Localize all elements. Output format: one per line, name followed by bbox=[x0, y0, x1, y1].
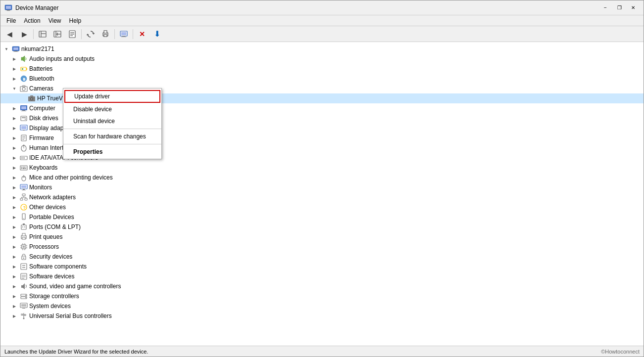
svg-rect-20 bbox=[122, 36, 125, 37]
minimize-button[interactable]: − bbox=[599, 2, 612, 13]
tree-item-portable[interactable]: ▶ Portable Devices bbox=[0, 212, 644, 222]
tree-item-batteries[interactable]: ▶ Batteries bbox=[0, 64, 644, 74]
bluetooth-icon: ʙ bbox=[20, 75, 28, 83]
storage-expand[interactable]: ▶ bbox=[10, 292, 18, 300]
root-expand[interactable]: ▼ bbox=[2, 45, 10, 53]
context-uninstall-device[interactable]: Uninstall device bbox=[63, 115, 161, 127]
system-expand[interactable]: ▶ bbox=[10, 302, 18, 310]
svg-point-33 bbox=[22, 88, 25, 90]
svg-rect-72 bbox=[21, 185, 26, 188]
svg-marker-26 bbox=[21, 56, 25, 62]
other-expand[interactable]: ▶ bbox=[10, 203, 18, 211]
svg-rect-40 bbox=[21, 106, 26, 109]
tree-item-audio[interactable]: ▶ Audio inputs and outputs bbox=[0, 54, 644, 64]
tree-item-bluetooth[interactable]: ▶ ʙ Bluetooth bbox=[0, 74, 644, 84]
hid-expand[interactable]: ▶ bbox=[10, 144, 18, 152]
svg-rect-21 bbox=[121, 37, 126, 37]
tree-item-other[interactable]: ▶ ? Other devices bbox=[0, 202, 644, 212]
svg-rect-27 bbox=[21, 67, 26, 71]
tree-item-security[interactable]: ▶ Security devices bbox=[0, 252, 644, 262]
svg-rect-66 bbox=[25, 168, 26, 169]
tree-item-sound[interactable]: ▶ Sound, video and game controllers bbox=[0, 281, 644, 291]
menu-action[interactable]: Action bbox=[20, 16, 44, 25]
svg-rect-74 bbox=[22, 190, 26, 190]
menu-file[interactable]: File bbox=[2, 16, 20, 25]
computer-management-button[interactable] bbox=[117, 28, 131, 41]
cameras-expand[interactable]: ▼ bbox=[10, 85, 18, 92]
network-expand[interactable]: ▶ bbox=[10, 193, 18, 201]
tree-item-software-devices[interactable]: ▶ Software devices bbox=[0, 271, 644, 281]
tree-item-mice[interactable]: ▶ Mice and other pointing devices bbox=[0, 173, 644, 182]
portable-label: Portable Devices bbox=[29, 214, 74, 221]
tree-item-ports[interactable]: ▶ Ports (COM & LPT) bbox=[0, 222, 644, 232]
context-disable-device[interactable]: Disable device bbox=[63, 103, 161, 115]
show-hide-button[interactable] bbox=[36, 28, 50, 41]
keyboard-expand[interactable]: ▶ bbox=[10, 164, 18, 172]
computer-expand[interactable]: ▶ bbox=[10, 104, 18, 112]
print-button[interactable] bbox=[99, 28, 112, 41]
storage-icon bbox=[20, 292, 28, 300]
usb-label: Universal Serial Bus controllers bbox=[29, 312, 112, 319]
close-button[interactable]: ✕ bbox=[627, 2, 640, 13]
ports-icon bbox=[20, 223, 28, 231]
display-expand[interactable]: ▶ bbox=[10, 124, 18, 132]
collapse-button[interactable] bbox=[50, 28, 64, 41]
tree-root[interactable]: ▼ nkumar2171 bbox=[0, 44, 644, 54]
refresh-button[interactable] bbox=[84, 28, 98, 41]
tree-item-print[interactable]: ▶ Print queues bbox=[0, 232, 644, 242]
tree-item-usb[interactable]: ▶ Universal Serial Bus controllers bbox=[0, 311, 644, 321]
context-scan-changes[interactable]: Scan for hardware changes bbox=[63, 131, 161, 142]
context-update-driver[interactable]: Update driver bbox=[64, 90, 160, 103]
sound-expand[interactable]: ▶ bbox=[10, 282, 18, 290]
svg-rect-76 bbox=[20, 198, 23, 200]
forward-button[interactable]: ▶ bbox=[17, 28, 31, 41]
tree-item-software-components[interactable]: ▶ Software components bbox=[0, 262, 644, 271]
software-components-expand[interactable]: ▶ bbox=[10, 263, 18, 270]
firmware-expand[interactable]: ▶ bbox=[10, 134, 18, 142]
svg-rect-89 bbox=[23, 223, 25, 225]
print-label: Print queues bbox=[29, 233, 62, 240]
ide-expand[interactable]: ▶ bbox=[10, 154, 18, 162]
mice-expand[interactable]: ▶ bbox=[10, 174, 18, 181]
network-icon bbox=[20, 193, 28, 201]
monitors-icon bbox=[20, 183, 28, 191]
system-icon bbox=[20, 302, 28, 310]
svg-rect-17 bbox=[104, 35, 107, 37]
software-devices-expand[interactable]: ▶ bbox=[10, 272, 18, 280]
svg-rect-119 bbox=[22, 308, 25, 309]
security-expand[interactable]: ▶ bbox=[10, 253, 18, 261]
toolbar-sep-1 bbox=[33, 29, 34, 39]
monitors-expand[interactable]: ▶ bbox=[10, 183, 18, 191]
properties-button[interactable] bbox=[65, 28, 79, 41]
mice-icon bbox=[20, 174, 28, 181]
audio-expand[interactable]: ▶ bbox=[10, 55, 18, 63]
svg-point-85 bbox=[23, 218, 24, 219]
tree-item-system[interactable]: ▶ System devices bbox=[0, 301, 644, 311]
tree-item-storage[interactable]: ▶ Storage controllers bbox=[0, 291, 644, 301]
context-properties[interactable]: Properties bbox=[63, 146, 161, 158]
processors-expand[interactable]: ▶ bbox=[10, 243, 18, 251]
disk-expand[interactable]: ▶ bbox=[10, 114, 18, 122]
remove-device-button[interactable]: ✕ bbox=[135, 28, 149, 41]
usb-expand[interactable]: ▶ bbox=[10, 312, 18, 320]
scan-changes-button[interactable]: ⬇ bbox=[150, 28, 164, 41]
tree-item-monitors[interactable]: ▶ Monitors bbox=[0, 182, 644, 192]
portable-expand[interactable]: ▶ bbox=[10, 213, 18, 221]
sound-icon bbox=[20, 282, 28, 290]
svg-rect-24 bbox=[14, 51, 17, 51]
bluetooth-expand[interactable]: ▶ bbox=[10, 75, 18, 83]
svg-rect-64 bbox=[21, 168, 22, 169]
tree-item-processors[interactable]: ▶ Processors bbox=[0, 242, 644, 252]
ports-expand[interactable]: ▶ bbox=[10, 223, 18, 231]
print-expand[interactable]: ▶ bbox=[10, 233, 18, 241]
tree-item-network[interactable]: ▶ Network adapters bbox=[0, 192, 644, 202]
svg-rect-41 bbox=[22, 110, 25, 111]
svg-marker-112 bbox=[21, 283, 25, 289]
batteries-expand[interactable]: ▶ bbox=[10, 65, 18, 73]
tree-item-keyboard[interactable]: ▶ Keyboards bbox=[0, 163, 644, 173]
back-button[interactable]: ◀ bbox=[2, 28, 16, 41]
menu-help[interactable]: Help bbox=[65, 16, 86, 25]
menu-view[interactable]: View bbox=[45, 16, 65, 25]
restore-button[interactable]: ❐ bbox=[613, 2, 626, 13]
svg-rect-118 bbox=[21, 304, 26, 307]
